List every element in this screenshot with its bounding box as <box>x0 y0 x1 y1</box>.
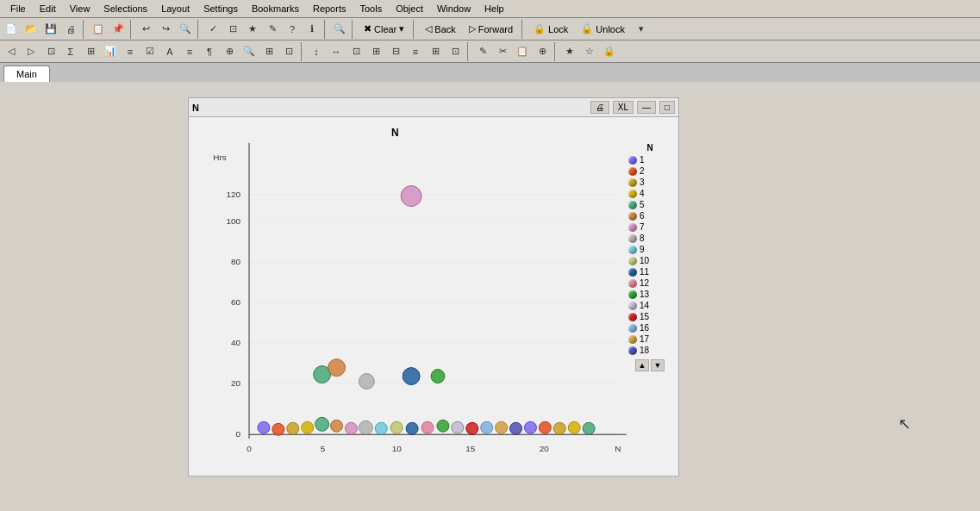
t2-btn23[interactable]: ⊡ <box>446 42 465 61</box>
menu-selections[interactable]: Selections <box>97 2 154 16</box>
svg-text:N: N <box>615 444 621 453</box>
edit2-btn[interactable]: ✎ <box>263 20 282 39</box>
sep9 <box>467 42 471 61</box>
t2-btn13[interactable]: 🔍 <box>240 42 259 61</box>
t2-btn14[interactable]: ⊞ <box>259 42 278 61</box>
t2-btn16[interactable]: ↕ <box>307 42 326 61</box>
svg-point-52 <box>359 374 374 389</box>
search-btn[interactable]: 🔍 <box>176 20 195 39</box>
menu-view[interactable]: View <box>63 2 97 16</box>
t2-btn11[interactable]: ¶ <box>200 42 219 61</box>
svg-text:60: 60 <box>231 297 241 307</box>
t2-btn18[interactable]: ⊡ <box>346 42 365 61</box>
t2-btn26[interactable]: 📋 <box>513 42 532 61</box>
t2-btn15[interactable]: ⊡ <box>279 42 298 61</box>
t2-btn27[interactable]: ⊕ <box>533 42 552 61</box>
svg-point-29 <box>287 422 299 434</box>
forward-btn[interactable]: ▷ Forward <box>463 20 519 39</box>
t2-btn17[interactable]: ↔ <box>327 42 346 61</box>
t2-btn9[interactable]: A <box>160 42 179 61</box>
svg-point-51 <box>328 359 346 377</box>
svg-point-48 <box>568 421 580 433</box>
svg-text:Hrs: Hrs <box>213 153 226 162</box>
legend-dot <box>628 279 637 288</box>
t2-btn1[interactable]: ◁ <box>2 42 21 61</box>
t2-btn12[interactable]: ⊕ <box>220 42 239 61</box>
menu-window[interactable]: Window <box>430 2 478 16</box>
t2-btn21[interactable]: ≡ <box>406 42 425 61</box>
menu-tools[interactable]: Tools <box>353 2 389 16</box>
menu-edit[interactable]: Edit <box>33 2 63 16</box>
menu-bookmarks[interactable]: Bookmarks <box>245 2 306 16</box>
select-btn[interactable]: ⊡ <box>223 20 242 39</box>
legend-num: 15 <box>640 311 649 322</box>
chart-panel: N 🖨 XL — □ N Hrs <box>188 97 679 477</box>
legend-scroll-up[interactable]: ▲ <box>635 359 649 371</box>
legend-scroll-down[interactable]: ▼ <box>651 359 665 371</box>
new-btn[interactable]: 📄 <box>2 20 21 39</box>
search2-btn[interactable]: 🔍 <box>330 20 349 39</box>
t2-btn24[interactable]: ✎ <box>473 42 492 61</box>
help-btn[interactable]: ? <box>283 20 302 39</box>
t2-btn30[interactable]: 🔒 <box>600 42 619 61</box>
t2-btn19[interactable]: ⊞ <box>366 42 385 61</box>
chart-maximize-btn[interactable]: □ <box>659 101 675 114</box>
t2-btn7[interactable]: ≡ <box>121 42 140 61</box>
sep3 <box>197 20 201 39</box>
t2-btn8[interactable]: ☑ <box>140 42 159 61</box>
legend-num: 8 <box>640 233 645 244</box>
t2-btn22[interactable]: ⊞ <box>426 42 445 61</box>
svg-point-38 <box>421 421 434 433</box>
svg-point-47 <box>553 422 565 434</box>
t2-btn20[interactable]: ⊟ <box>386 42 405 61</box>
sep7 <box>521 20 525 39</box>
more-btn[interactable]: ▾ <box>632 20 651 39</box>
print-btn[interactable]: 🖨 <box>61 20 80 39</box>
tab-main[interactable]: Main <box>3 65 50 82</box>
unlock-icon: 🔓 <box>581 23 593 34</box>
svg-point-44 <box>510 422 522 434</box>
svg-text:20: 20 <box>231 378 241 388</box>
t2-btn29[interactable]: ☆ <box>580 42 599 61</box>
bookmark-btn[interactable]: ★ <box>243 20 262 39</box>
legend-dot <box>628 257 637 265</box>
svg-point-41 <box>466 422 478 434</box>
legend-num: 11 <box>640 266 649 277</box>
redo-btn[interactable]: ↪ <box>156 20 175 39</box>
t2-btn4[interactable]: Σ <box>61 42 80 61</box>
info-btn[interactable]: ℹ <box>303 20 321 39</box>
legend-item: 2 <box>628 165 671 177</box>
svg-point-25 <box>403 368 420 385</box>
chart-print-btn[interactable]: 🖨 <box>590 101 609 114</box>
menu-file[interactable]: File <box>3 2 33 16</box>
open-btn[interactable]: 📂 <box>22 20 41 39</box>
legend-item: 12 <box>628 277 671 289</box>
lock-btn[interactable]: 🔒 Lock <box>527 20 574 39</box>
menu-layout[interactable]: Layout <box>154 2 197 16</box>
paste-btn[interactable]: 📌 <box>109 20 128 39</box>
t2-btn3[interactable]: ⊡ <box>41 42 60 61</box>
t2-btn2[interactable]: ▷ <box>22 42 41 61</box>
t2-btn5[interactable]: ⊞ <box>81 42 100 61</box>
chart-xl-btn[interactable]: XL <box>613 101 634 114</box>
chart-minimize-btn[interactable]: — <box>637 101 656 114</box>
svg-point-27 <box>258 421 270 433</box>
menu-settings[interactable]: Settings <box>197 2 245 16</box>
menu-reports[interactable]: Reports <box>306 2 353 16</box>
back-btn[interactable]: ◁ Back <box>419 20 461 39</box>
unlock-btn[interactable]: 🔓 Unlock <box>575 20 631 39</box>
t2-btn6[interactable]: 📊 <box>101 42 120 61</box>
cursor-indicator: ↖ <box>898 414 911 433</box>
t2-btn25[interactable]: ✂ <box>493 42 512 61</box>
copy-btn[interactable]: 📋 <box>89 20 108 39</box>
save-btn[interactable]: 💾 <box>41 20 60 39</box>
legend-num: 7 <box>640 221 645 233</box>
clear-btn[interactable]: ✖ Clear ▾ <box>358 20 410 39</box>
legend-item: 7 <box>628 221 671 233</box>
t2-btn28[interactable]: ★ <box>560 42 579 61</box>
menu-object[interactable]: Object <box>389 2 430 16</box>
t2-btn10[interactable]: ≡ <box>180 42 199 61</box>
menu-help[interactable]: Help <box>478 2 511 16</box>
check-btn[interactable]: ✓ <box>203 20 222 39</box>
undo-btn[interactable]: ↩ <box>136 20 155 39</box>
